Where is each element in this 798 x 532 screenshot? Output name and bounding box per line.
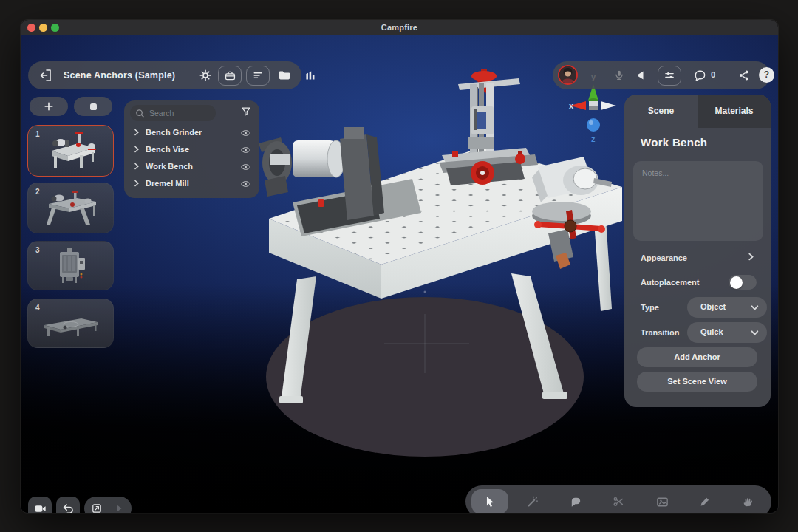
visibility-eye-icon[interactable] xyxy=(240,162,251,172)
sort-filter-button[interactable] xyxy=(246,66,270,86)
video-camera-icon xyxy=(33,502,47,514)
microphone-button[interactable] xyxy=(610,66,629,85)
chevron-right-icon[interactable] xyxy=(133,146,140,153)
funnel-icon xyxy=(240,106,252,117)
selected-object-title: Work Bench xyxy=(641,136,707,149)
files-button[interactable] xyxy=(275,66,294,85)
chevron-right-icon[interactable] xyxy=(133,163,140,170)
filter-button[interactable] xyxy=(240,106,252,120)
chevron-right-icon[interactable] xyxy=(133,129,140,136)
app-window: Campfire xyxy=(21,20,778,513)
toggle-knob xyxy=(730,276,743,289)
folder-icon xyxy=(278,69,291,82)
anchor-thumbnail-4[interactable]: 4 xyxy=(27,299,114,348)
gear-icon xyxy=(199,69,212,82)
help-button[interactable]: ? xyxy=(759,67,774,83)
select-tool[interactable] xyxy=(471,489,508,513)
forward-arrow-icon xyxy=(113,502,125,513)
hierarchy-item-bench-grinder[interactable]: Bench Grinder xyxy=(124,125,259,141)
comment-tool-icon xyxy=(569,495,583,509)
chevron-right-icon[interactable] xyxy=(133,180,140,187)
origin-dot xyxy=(424,291,426,293)
notes-field[interactable] xyxy=(633,161,763,241)
visibility-eye-icon[interactable] xyxy=(240,145,251,155)
add-anchor-button[interactable]: Add Anchor xyxy=(637,347,757,367)
cursor-icon xyxy=(483,495,497,508)
visibility-eye-icon[interactable] xyxy=(240,128,251,138)
gizmo-z-axis[interactable] xyxy=(587,118,600,132)
microphone-icon xyxy=(613,69,626,82)
gizmo-neg-x-axis[interactable] xyxy=(601,101,616,110)
set-scene-view-button[interactable]: Set Scene View xyxy=(637,372,757,392)
screenshot-tool[interactable] xyxy=(644,489,681,513)
plus-icon xyxy=(43,100,55,112)
toolbox-button[interactable] xyxy=(218,66,242,86)
laser-pointer-icon xyxy=(526,495,539,508)
gizmo-z-label: z xyxy=(591,134,596,143)
add-anchor-thumbnail-button[interactable] xyxy=(30,97,68,116)
laser-pointer-tool[interactable] xyxy=(514,489,551,513)
cut-tool[interactable] xyxy=(600,489,637,513)
avatar-photo xyxy=(559,66,576,83)
transition-dropdown[interactable]: Quick xyxy=(687,322,767,343)
image-icon xyxy=(655,495,669,509)
comment-count: 0 xyxy=(711,70,715,79)
settings-button[interactable] xyxy=(196,66,215,85)
exit-icon xyxy=(38,68,53,83)
project-name: Scene Anchors (Sample) xyxy=(64,70,175,81)
transition-value: Quick xyxy=(700,327,723,336)
speaker-icon xyxy=(633,69,647,82)
hand-icon xyxy=(741,495,754,508)
anchor-thumbnail-3[interactable]: 3 xyxy=(27,241,114,290)
grab-tool[interactable] xyxy=(729,489,766,513)
library-icon xyxy=(304,69,316,82)
thumbnail-preview xyxy=(35,132,107,171)
undo-button[interactable] xyxy=(56,497,80,513)
chevron-down-icon xyxy=(751,304,759,312)
expand-view-button[interactable] xyxy=(87,499,106,513)
session-toolbar: 0 ? xyxy=(553,61,770,89)
share-icon xyxy=(737,69,751,82)
anchor-thumbnail-2[interactable]: 2 xyxy=(27,183,114,233)
user-avatar[interactable] xyxy=(558,65,578,85)
chevron-down-icon xyxy=(751,329,759,337)
hierarchy-item-work-bench[interactable]: Work Bench xyxy=(124,159,259,175)
record-button[interactable] xyxy=(28,497,52,513)
hierarchy-item-dremel-mill[interactable]: Dremel Mill xyxy=(124,176,259,192)
hierarchy-item-bench-vise[interactable]: Bench Vise xyxy=(124,142,259,158)
share-button[interactable] xyxy=(734,66,754,85)
controls-button[interactable] xyxy=(658,66,681,86)
comment-tool[interactable] xyxy=(557,489,594,513)
hierarchy-item-label: Bench Grinder xyxy=(146,128,202,137)
comments-button[interactable] xyxy=(690,66,709,85)
hierarchy-item-label: Work Bench xyxy=(146,162,193,171)
type-value: Object xyxy=(700,302,726,311)
search-icon xyxy=(135,109,145,118)
visibility-eye-icon[interactable] xyxy=(240,179,251,189)
play-forward-button[interactable] xyxy=(109,499,129,513)
hierarchy-item-label: Dremel Mill xyxy=(146,179,189,188)
3d-viewport[interactable]: y x z Scene Anchors (Sample) xyxy=(21,35,778,513)
tab-materials[interactable]: Materials xyxy=(698,106,771,116)
library-button[interactable] xyxy=(300,66,319,85)
project-toolbar: Scene Anchors (Sample) xyxy=(28,61,301,89)
tool-palette xyxy=(466,485,771,513)
view-mode-switch xyxy=(84,497,132,513)
inspector-panel: Scene Materials Work Bench Appearance Au… xyxy=(624,95,771,407)
type-dropdown[interactable]: Object xyxy=(687,297,767,318)
tab-scene[interactable]: Scene xyxy=(624,106,698,116)
draw-tool[interactable] xyxy=(686,489,723,513)
scene-hierarchy-panel: Bench Grinder Bench Vise Work Bench Drem… xyxy=(124,100,259,198)
thumbnail-preview xyxy=(35,189,107,228)
expand-icon xyxy=(91,502,103,513)
autoplacement-toggle[interactable] xyxy=(729,275,757,290)
capture-icon xyxy=(88,101,99,112)
anchor-thumbnail-1[interactable]: 1 xyxy=(27,125,114,177)
chevron-right-icon xyxy=(747,253,755,261)
audio-button[interactable] xyxy=(630,66,649,85)
sort-lines-icon xyxy=(252,69,264,81)
titlebar: Campfire xyxy=(21,20,778,35)
capture-view-button[interactable] xyxy=(74,97,112,116)
scissors-icon xyxy=(612,495,625,508)
exit-project-button[interactable] xyxy=(36,66,55,85)
